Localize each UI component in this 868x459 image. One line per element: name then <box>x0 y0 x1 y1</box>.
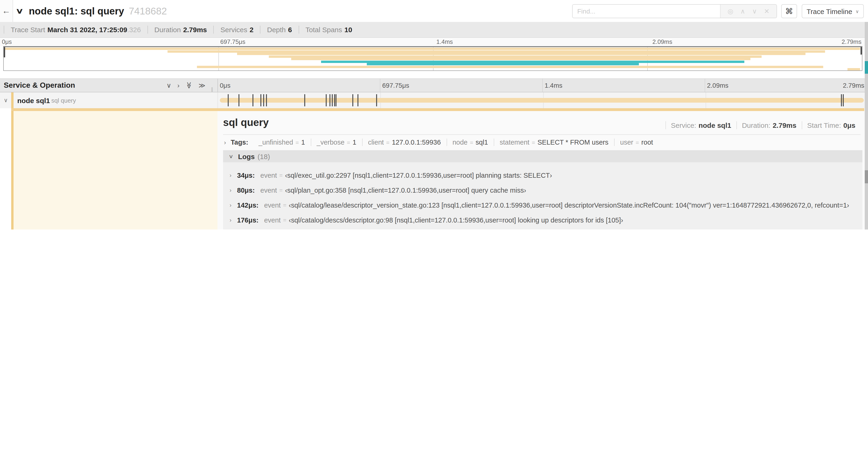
collapse-all-icon[interactable]: ≫ <box>185 82 193 89</box>
summary-item: Duration2.79ms <box>148 26 214 34</box>
tags-row[interactable]: › Tags: _unfinished=1 _verbose=1 client=… <box>223 137 861 148</box>
logs-panel: ∨ Logs (18) ›34μs:event=‹sql/exec_util.g… <box>223 150 862 230</box>
log-marker-tick <box>260 94 261 106</box>
minimap-label: 697.75μs <box>220 38 245 45</box>
minimap-left-handle[interactable] <box>4 47 5 57</box>
meta-item: Duration:2.79ms <box>736 121 802 129</box>
collapse-one-icon[interactable]: ∨ <box>166 81 172 89</box>
span-color-stripe <box>11 92 13 108</box>
find-tools: ◎ ∧ ∨ ✕ <box>720 5 777 18</box>
log-entry[interactable]: ›142μs:event=‹sql/catalog/lease/descript… <box>223 198 862 213</box>
service-operation-title: Service & Operation <box>4 81 75 90</box>
expand-tags-icon[interactable]: › <box>224 139 226 146</box>
tag-item: statement=SELECT * FROM users <box>494 138 614 146</box>
timeline-ruler: 0μs 697.75μs 1.4ms 2.09ms 2.79ms <box>217 79 867 92</box>
detail-row-accent-strip <box>11 108 864 111</box>
log-marker-tick <box>336 94 337 106</box>
log-entry[interactable]: ›80μs:event=‹sql/plan_opt.go:358 [nsql1,… <box>223 183 862 198</box>
collapse-controls: ∨ › ≫ ≫ <box>166 79 205 92</box>
expand-log-icon[interactable]: › <box>229 172 231 179</box>
tag-item: node=sql1 <box>446 138 494 146</box>
ruler-tick: 1.4ms <box>542 79 705 92</box>
minimap-span <box>367 63 639 66</box>
minimap-span <box>167 50 825 53</box>
command-icon: ⌘ <box>785 6 793 16</box>
minimap-span <box>237 53 805 55</box>
logs-count: (18) <box>257 152 270 160</box>
expand-one-icon[interactable]: › <box>177 81 180 89</box>
expand-log-icon[interactable]: › <box>229 202 231 208</box>
tag-item: client=127.0.0.1:59936 <box>362 138 446 146</box>
log-marker-tick <box>332 94 333 106</box>
logs-header[interactable]: ∨ Logs (18) <box>223 150 862 162</box>
timeline-minimap[interactable] <box>3 46 862 71</box>
page-scrollbar[interactable] <box>865 22 868 230</box>
find-clear-icon[interactable]: ✕ <box>764 7 769 15</box>
ruler-tick: 2.09ms 2.79ms <box>705 79 867 92</box>
column-resize-grip[interactable]: ∥ <box>211 87 213 92</box>
log-entry[interactable]: ›176μs:event=‹sql/catalog/descs/descript… <box>223 213 862 228</box>
back-arrow-icon: ← <box>2 6 10 16</box>
log-marker-tick <box>334 94 335 106</box>
span-row-timeline[interactable] <box>217 92 868 108</box>
service-operation-header: Service & Operation ∨ › ≫ ≫ ∥ <box>0 79 217 92</box>
log-marker-tick <box>358 94 359 106</box>
collapse-logs-icon[interactable]: ∨ <box>229 153 234 159</box>
back-button[interactable]: ← <box>0 0 13 22</box>
log-marker-tick <box>266 94 267 106</box>
tag-item: _unfinished=1 <box>253 138 311 146</box>
minimap-label: 2.09ms <box>652 38 672 45</box>
detail-row-left-background <box>13 111 217 230</box>
scrollbar-teal-segment <box>865 61 868 74</box>
detail-divider <box>223 134 861 135</box>
trace-summary-bar: Trace StartMarch 31 2022, 17:25:09.326 D… <box>0 22 868 38</box>
log-marker-tick <box>252 94 253 106</box>
scrollbar-thumb <box>865 170 868 183</box>
span-detail-meta: Service:node sql1 Duration:2.79ms Start … <box>665 121 861 129</box>
span-operation-name: sql query <box>51 92 76 108</box>
meta-item: Service:node sql1 <box>665 121 736 129</box>
collapse-span-icon[interactable]: ∨ <box>4 92 8 108</box>
find-input[interactable] <box>572 5 720 18</box>
log-marker-tick <box>352 94 353 106</box>
log-entry[interactable]: ›34μs:event=‹sql/exec_util.go:2297 [nsql… <box>223 168 862 183</box>
minimap-span <box>291 58 750 60</box>
log-marker-tick <box>264 94 265 106</box>
summary-item: Total Spans10 <box>299 26 359 34</box>
trace-id: 7418682 <box>129 5 167 17</box>
span-detail-title: sql query <box>223 117 269 129</box>
span-bar-ticks <box>220 92 864 108</box>
find-prev-icon[interactable]: ∧ <box>740 7 745 15</box>
ruler-tick: 0μs <box>218 79 380 92</box>
log-marker-tick <box>376 94 377 106</box>
timeline-grid-header: Service & Operation ∨ › ≫ ≫ ∥ 0μs 697.75… <box>0 78 868 92</box>
tag-item: _verbose=1 <box>311 138 362 146</box>
find-next-icon[interactable]: ∨ <box>752 7 757 15</box>
minimap-label: 1.4ms <box>436 38 453 45</box>
collapse-trace-icon[interactable]: ∨ <box>16 6 24 15</box>
minimap-time-labels: 0μs 697.75μs 1.4ms 2.09ms 2.79ms <box>0 38 868 46</box>
log-entries: ›34μs:event=‹sql/exec_util.go:2297 [nsql… <box>223 164 862 230</box>
log-entry[interactable]: ›189μs:event=‹sql/catalog/lease/descript… <box>223 228 862 230</box>
minimap-span <box>197 66 824 68</box>
detail-row-stripe <box>11 111 13 230</box>
expand-all-icon[interactable]: ≫ <box>198 81 205 89</box>
left-gutter <box>0 111 11 230</box>
span-row-node-sql1[interactable]: ∨ node sql1 sql query <box>0 92 868 108</box>
minimap-label: 0μs <box>2 38 12 45</box>
trace-view-selector[interactable]: Trace Timeline ∨ <box>802 4 864 18</box>
tags-label: Tags: <box>231 138 248 146</box>
log-marker-tick <box>843 94 844 106</box>
log-marker-tick <box>228 94 229 106</box>
logs-title: Logs <box>238 152 255 160</box>
ruler-tick: 697.75μs <box>380 79 542 92</box>
trace-view-label: Trace Timeline <box>807 7 852 15</box>
tags-list: _unfinished=1 _verbose=1 client=127.0.0.… <box>253 138 659 146</box>
minimap-right-handle[interactable] <box>861 47 862 55</box>
summary-item: Trace StartMarch 31 2022, 17:25:09.326 <box>4 26 148 34</box>
keyboard-shortcuts-button[interactable]: ⌘ <box>781 4 797 18</box>
expand-log-icon[interactable]: › <box>229 217 231 223</box>
find-target-icon[interactable]: ◎ <box>727 7 733 15</box>
expand-log-icon[interactable]: › <box>229 187 231 194</box>
trace-title-wrap: ∨ node sql1: sql query 7418682 <box>17 0 167 22</box>
